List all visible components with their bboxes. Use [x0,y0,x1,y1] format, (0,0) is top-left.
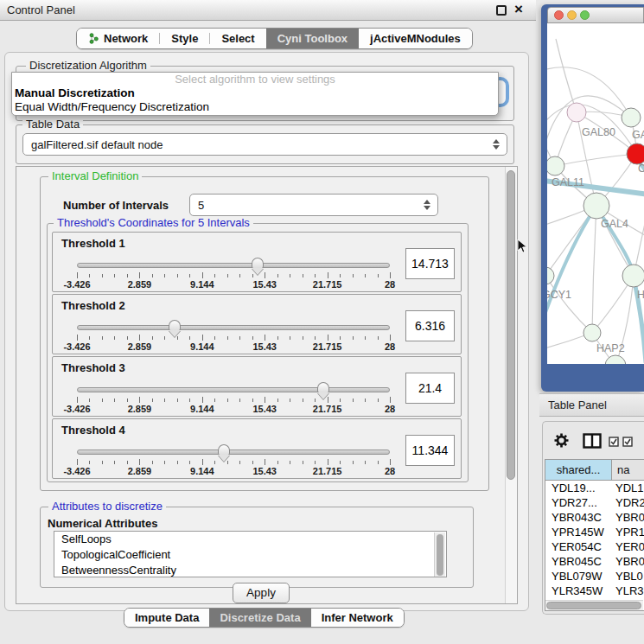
tick-mark [127,274,128,277]
network-node-label[interactable]: C [638,163,644,175]
threshold-list: Threshold 1 -3.4262.8599.14415.4321.7152… [52,232,462,479]
network-node-label[interactable]: GAL4 [601,218,628,230]
network-node-label[interactable]: HAP2 [596,342,625,354]
tick-mark [378,399,379,402]
table-row[interactable]: YDL19...YDL1 [545,481,644,495]
tick-mark [378,461,379,464]
table-cell-name: YDR2 [612,495,644,510]
slider-thumb[interactable] [252,258,264,268]
list-scrollbar-thumb[interactable] [437,534,443,576]
threshold-slider[interactable] [77,387,390,392]
attribute-list-item[interactable]: BetweennessCentrality [54,563,446,577]
column-header-shared-name[interactable]: shared... [545,460,612,480]
table-row[interactable]: YBR045CYBR0 [545,554,644,569]
tick-mark [303,274,303,277]
tick-label: 15.43 [252,404,277,414]
network-node[interactable] [583,193,609,219]
tab-network[interactable]: Network [77,29,159,48]
tick-mark [265,335,265,341]
threshold-value-field[interactable]: 21.4 [405,373,455,404]
horizontal-scrollbar-thumb[interactable] [546,602,641,609]
network-node[interactable] [547,156,564,175]
network-node-label[interactable]: GAL11 [552,176,584,188]
network-node-label[interactable]: GA [632,129,644,141]
table-cell-shared-name: YBR045C [545,554,612,569]
network-canvas[interactable]: GAL80GACGAL11GAL4GCY1HHAP2 [547,23,644,364]
mac-minimize-button[interactable] [567,10,577,20]
bottom-tab-discretize-data[interactable]: Discretize Data [209,609,310,627]
network-node[interactable] [583,324,601,341]
slider-thumb[interactable] [169,320,181,330]
network-node[interactable] [622,265,644,287]
tab-select[interactable]: Select [210,29,265,48]
tick-mark [303,336,303,340]
slider-thumb[interactable] [218,444,230,455]
tick-mark [277,461,278,464]
tick-label: 15.43 [252,466,277,476]
slider-tick-labels: -3.4262.8599.14415.4321.71528 [77,279,390,290]
gear-icon[interactable] [553,432,570,449]
tab-jactivemnodules[interactable]: jActiveMNodules [359,29,472,48]
mac-zoom-button[interactable] [580,10,590,20]
tab-cyni-toolbox[interactable]: Cyni Toolbox [266,29,359,48]
attribute-list-item[interactable]: SelfLoops [54,532,446,547]
threshold-slider[interactable] [77,325,390,330]
table-panel-titlebar: Table Panel [539,393,644,417]
threshold-value-field[interactable]: 14.713 [405,248,455,279]
dropdown-item[interactable]: Manual Discretization [12,86,498,100]
threshold-slider[interactable] [77,263,390,268]
select-columns-checkboxes-icon[interactable] [609,437,634,447]
tick-mark [214,461,215,464]
tab-style[interactable]: Style [160,29,209,48]
list-scrollbar-track[interactable] [434,532,445,577]
tick-mark [365,461,366,464]
network-node[interactable] [622,108,641,127]
tick-mark [378,336,379,340]
tick-mark [252,336,253,340]
tick-mark [89,399,90,402]
tick-mark [227,336,228,340]
dropdown-item[interactable]: Equal Width/Frequency Discretization [12,100,498,114]
vertical-scrollbar-thumb[interactable] [507,170,515,480]
tab-label: Network [104,32,148,45]
attribute-list-item[interactable]: TopologicalCoefficient [54,547,446,563]
tab-label: Style [171,32,198,45]
close-icon[interactable]: × [512,0,526,21]
slider-thumb[interactable] [317,382,329,392]
tick-mark [252,274,253,277]
apply-button[interactable]: Apply [233,583,290,603]
tick-mark [227,399,228,402]
mac-close-button[interactable] [554,10,564,20]
columns-icon[interactable] [583,433,602,449]
threshold-value-field[interactable]: 6.316 [405,310,455,341]
tick-mark [164,336,165,340]
table-data-combobox[interactable]: galFiltered.sif default node [22,133,507,156]
bottom-tab-infer-network[interactable]: Infer Network [311,609,404,627]
column-header-name[interactable]: na [612,460,644,480]
table-row[interactable]: YER054CYER0 [545,539,644,554]
network-node[interactable] [547,267,554,284]
threshold-value-field[interactable]: 11.344 [405,435,455,466]
tick-mark [164,399,165,402]
float-window-icon[interactable] [496,5,507,16]
bottom-tab-impute-data[interactable]: Impute Data [124,609,209,627]
network-node-label[interactable]: GAL80 [582,126,615,138]
bottom-tab-bar: Impute DataDiscretize DataInfer Network [124,608,405,628]
table-row[interactable]: YBL079WYBL0 [545,569,644,583]
network-node-label[interactable]: GCY1 [547,289,571,301]
network-node[interactable] [567,103,586,122]
threshold-slider[interactable] [77,450,390,455]
table-row[interactable]: YPR145WYPR1 [545,525,644,539]
algorithm-dropdown-popup: Select algorithm to view settings Manual… [11,72,499,116]
numerical-attributes-list[interactable]: SelfLoopsTopologicalCoefficientBetweenne… [54,531,447,577]
slider-tick-labels: -3.4262.8599.14415.4321.71528 [77,341,390,352]
tick-mark [114,461,115,464]
table-row[interactable]: YBR043CYBR0 [545,510,644,525]
horizontal-scrollbar-track[interactable] [545,600,643,610]
tick-label: 15.43 [252,279,277,290]
network-node-label[interactable]: H [637,289,644,301]
network-node[interactable] [627,143,644,164]
table-row[interactable]: YDR27...YDR2 [545,495,644,510]
table-row[interactable]: YLR345WYLR3 [545,583,644,598]
number-of-intervals-combobox[interactable]: 5 [189,194,438,216]
